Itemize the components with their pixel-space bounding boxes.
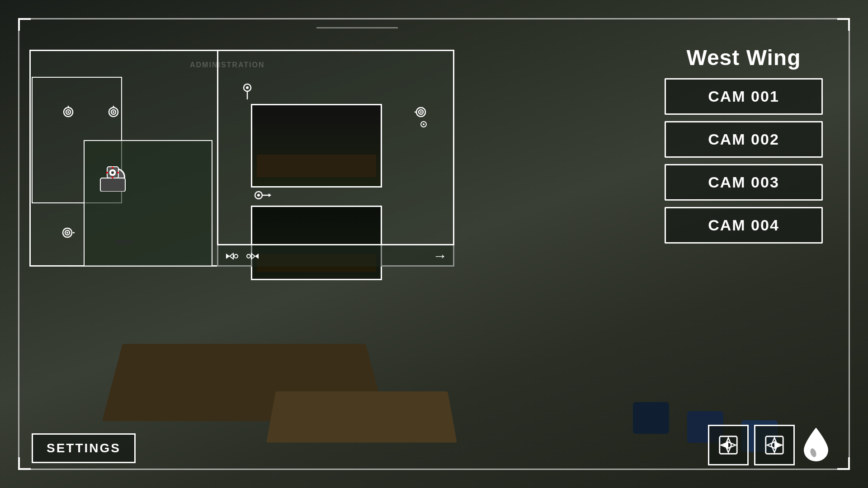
- cam-icon-tl: [61, 105, 75, 121]
- svg-point-4: [112, 167, 113, 169]
- cam-marker-right-svg: [419, 120, 428, 129]
- svg-point-7: [112, 177, 113, 178]
- left-diamond-button[interactable]: [708, 425, 749, 465]
- svg-rect-1: [100, 178, 125, 192]
- feed-top-desk: [257, 155, 376, 177]
- cam-marker-mid: [253, 190, 271, 202]
- wing-title: West Wing: [665, 45, 823, 70]
- svg-point-21: [246, 86, 249, 89]
- cam-004-button[interactable]: CAM 004: [665, 207, 823, 244]
- svg-marker-34: [230, 253, 233, 259]
- cam-icon-right-top: [414, 105, 428, 121]
- cam-marker-right: [419, 120, 428, 131]
- cam-feed-top: [251, 104, 382, 188]
- drop-button[interactable]: [800, 426, 832, 465]
- svg-point-30: [257, 194, 260, 197]
- svg-point-25: [420, 111, 422, 113]
- right-bottom-controls: [708, 425, 832, 465]
- cam-marker-top-svg: [241, 81, 254, 99]
- svg-point-38: [247, 254, 250, 258]
- camera-svg-top2: [106, 105, 121, 119]
- right-panel: West Wing CAM 001 CAM 002 CAM 003 CAM 00…: [665, 45, 823, 250]
- room-bottom-left: [84, 140, 212, 267]
- bg-chair3: [633, 402, 669, 434]
- door-gap: [115, 240, 133, 244]
- bottom-controls: SETTINGS: [32, 433, 136, 463]
- nav-right-icon: [245, 251, 259, 262]
- svg-point-6: [106, 172, 108, 174]
- map-divider-vertical: [217, 50, 218, 267]
- figure: [98, 164, 130, 192]
- right-diamond-button[interactable]: [754, 425, 795, 465]
- svg-point-18: [66, 232, 68, 234]
- svg-marker-37: [251, 253, 255, 259]
- figure-svg: [98, 164, 130, 192]
- svg-point-5: [117, 172, 119, 174]
- svg-point-10: [67, 111, 69, 113]
- svg-marker-42: [723, 441, 728, 449]
- cam-marker-top: [241, 81, 254, 101]
- left-diamond-icon: [717, 434, 739, 456]
- bg-table2: [266, 391, 457, 442]
- settings-button[interactable]: SETTINGS: [32, 433, 136, 463]
- cam-002-button[interactable]: CAM 002: [665, 121, 823, 158]
- cam-icon-top2: [106, 105, 121, 121]
- svg-point-14: [113, 111, 114, 113]
- nav-icons-left: [226, 251, 259, 262]
- map-bottom-bar: →: [217, 244, 454, 267]
- svg-marker-32: [269, 193, 271, 197]
- camera-svg-bl: [60, 225, 75, 240]
- scan-line: [316, 27, 398, 28]
- svg-point-35: [234, 254, 238, 258]
- camera-svg-tl: [61, 105, 75, 119]
- map-container: →: [29, 50, 454, 267]
- svg-point-28: [423, 123, 425, 125]
- cam-icon-bl: [60, 225, 75, 242]
- cam-marker-mid-svg: [253, 190, 271, 201]
- camera-svg-right-top: [414, 105, 428, 119]
- cam-001-button[interactable]: CAM 001: [665, 78, 823, 115]
- svg-marker-46: [774, 441, 780, 449]
- nav-left-icon: [226, 251, 240, 262]
- cam-feed-bottom: [251, 206, 382, 280]
- svg-point-3: [111, 171, 114, 174]
- right-diamond-icon: [764, 434, 785, 456]
- drop-icon: [801, 427, 831, 464]
- cam-003-button[interactable]: CAM 003: [665, 164, 823, 201]
- map-arrow-right: →: [433, 248, 445, 264]
